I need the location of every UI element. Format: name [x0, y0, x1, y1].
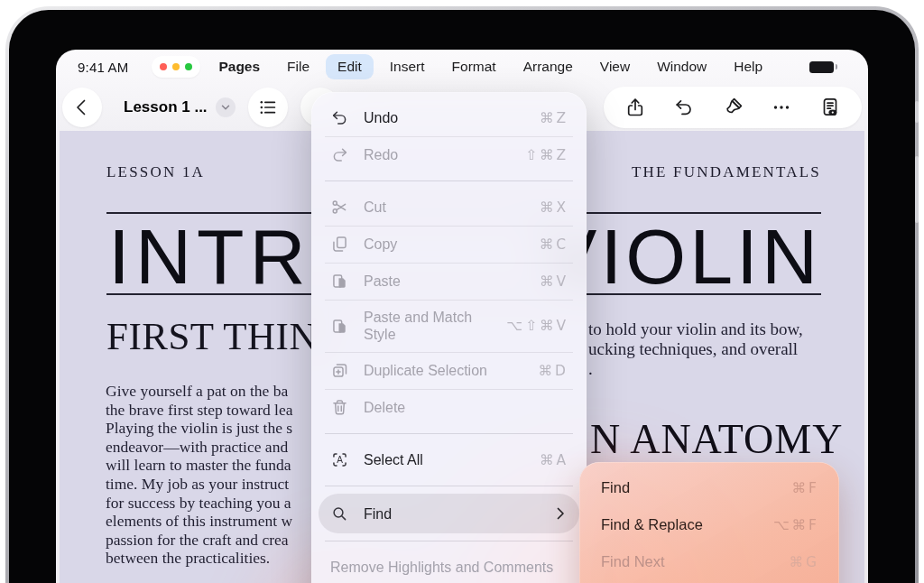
- doc-body-line: .: [588, 359, 859, 379]
- menu-item-label: Select All: [364, 451, 423, 468]
- menu-item-shortcut: ⌘G: [789, 554, 819, 570]
- close-dot[interactable]: [160, 63, 167, 70]
- menu-item-duplicate-selection[interactable]: Duplicate Selection ⌘D: [311, 352, 587, 389]
- svg-text:A: A: [337, 455, 343, 465]
- menu-item-shortcut: ⌘C: [540, 236, 568, 253]
- doc-body-line: endeavor—with practice and: [106, 438, 346, 457]
- doc-body-line: time. My job as your instruct: [106, 475, 346, 494]
- menubar-item-window[interactable]: Window: [657, 59, 707, 75]
- menu-group-separator: [311, 173, 587, 189]
- doc-right-column: to hold your violin and its bow, ucking …: [588, 319, 859, 379]
- paintbrush-icon: [722, 97, 744, 118]
- menu-item-paste-and-match-style[interactable]: Paste and Match Style ⌥⇧⌘V: [311, 300, 587, 352]
- list-icon: [257, 97, 279, 118]
- paste-match-style-icon: [330, 317, 353, 336]
- menu-item-shortcut: ⌘F: [792, 480, 819, 496]
- menu-item-shortcut: ⌘A: [540, 452, 568, 468]
- menu-item-label: Delete: [364, 399, 405, 416]
- share-icon: [624, 97, 646, 118]
- chevron-down-icon: [219, 101, 232, 114]
- menu-item-shortcut: ⌥⇧⌘V: [506, 318, 568, 334]
- back-chevron-icon: [71, 97, 93, 118]
- menu-item-delete[interactable]: Delete: [311, 389, 587, 426]
- doc-body-line: the brave first step toward lea: [106, 401, 346, 420]
- menu-item-remove-highlights-and-comments[interactable]: Remove Highlights and Comments: [311, 549, 587, 583]
- menu-item-label: Copy: [364, 236, 397, 253]
- menubar-item-format[interactable]: Format: [452, 59, 496, 75]
- reader-view-button[interactable]: [806, 88, 855, 127]
- ipad-device-frame: LESSON 1A THE FUNDAMENTALS INTR VIOLIN F…: [5, 6, 919, 583]
- menu-item-cut[interactable]: Cut ⌘X: [311, 189, 587, 226]
- menu-item-copy[interactable]: Copy ⌘C: [311, 226, 587, 263]
- menu-item-label: Find: [364, 505, 392, 523]
- find-submenu-popover: Find ⌘F Find & Replace ⌥⌘F Find Next ⌘G: [579, 462, 839, 583]
- select-all-icon: A: [330, 450, 353, 469]
- menubar-item-arrange[interactable]: Arrange: [523, 59, 573, 75]
- doc-subtitle-fragment: FIRST THING: [106, 314, 321, 358]
- trash-icon: [330, 398, 353, 417]
- duplicate-icon: [330, 361, 353, 380]
- doc-body-line: ucking techniques, and overall: [588, 339, 859, 359]
- menubar-item-view[interactable]: View: [600, 59, 630, 75]
- submenu-item-find-next[interactable]: Find Next ⌘G: [579, 543, 839, 580]
- undo-button[interactable]: [660, 88, 708, 127]
- doc-title-fragment-left: INTR: [108, 217, 311, 295]
- menu-item-select-all[interactable]: A Select All ⌘A: [311, 441, 587, 478]
- format-brush-button[interactable]: [708, 88, 757, 127]
- document-title[interactable]: Lesson 1 ...: [124, 98, 208, 116]
- menu-bar: 9:41 AM Pages File Edit Insert Format Ar…: [56, 50, 868, 84]
- menu-item-undo[interactable]: Undo ⌘Z: [311, 99, 587, 136]
- menu-item-label: Remove Highlights and Comments: [330, 559, 553, 576]
- menubar-item-file[interactable]: File: [287, 59, 310, 75]
- submenu-item-find-and-replace[interactable]: Find & Replace ⌥⌘F: [579, 506, 839, 543]
- doc-eyebrow-right: THE FUNDAMENTALS: [632, 163, 821, 181]
- menubar-item-pages[interactable]: Pages: [218, 59, 260, 75]
- menu-item-label: Duplicate Selection: [364, 362, 487, 379]
- zoom-dot[interactable]: [185, 63, 192, 70]
- menu-group-separator: [311, 426, 587, 441]
- more-ellipsis-icon: [771, 97, 792, 118]
- menu-item-shortcut: ⌥⌘F: [773, 517, 819, 533]
- table-of-contents-button[interactable]: [248, 88, 288, 127]
- title-menu-button[interactable]: [216, 97, 236, 117]
- doc-eyebrow-left: LESSON 1A: [106, 163, 205, 181]
- reader-view-icon: [819, 97, 841, 118]
- menubar-item-edit[interactable]: Edit: [326, 54, 374, 79]
- menubar-item-insert[interactable]: Insert: [390, 59, 425, 75]
- edit-menu-popover: Undo ⌘Z Redo ⇧⌘Z Cut ⌘X: [311, 92, 587, 583]
- magnifier-icon: [330, 504, 353, 523]
- menu-item-label: Undo: [364, 109, 398, 126]
- ipad-bezel: LESSON 1A THE FUNDAMENTALS INTR VIOLIN F…: [9, 10, 915, 583]
- menubar-item-help[interactable]: Help: [734, 59, 762, 75]
- menu-item-label: Find Next: [601, 553, 665, 570]
- undo-icon: [330, 108, 353, 127]
- doc-body-line: Playing the violin is just the s: [106, 419, 346, 438]
- menu-group-separator: [311, 478, 587, 494]
- menu-item-shortcut: ⌘D: [539, 363, 568, 379]
- volume-button: [915, 156, 919, 223]
- share-button[interactable]: [611, 88, 660, 127]
- more-button[interactable]: [757, 88, 806, 127]
- doc-body-line: will learn to master the funda: [106, 456, 346, 475]
- menu-item-label: Cut: [364, 199, 386, 216]
- menu-item-label: Paste: [364, 273, 401, 290]
- menu-item-redo[interactable]: Redo ⇧⌘Z: [311, 136, 587, 173]
- back-button[interactable]: [62, 88, 102, 127]
- doc-body-line: to hold your violin and its bow,: [588, 319, 859, 339]
- scissors-icon: [330, 198, 353, 217]
- menu-item-shortcut: ⌘Z: [540, 110, 568, 126]
- menu-item-find[interactable]: Find: [319, 494, 579, 533]
- minimize-dot[interactable]: [172, 63, 180, 70]
- undo-icon: [673, 97, 695, 118]
- window-controls: [152, 56, 200, 78]
- doc-body-line: Give yourself a pat on the ba: [106, 382, 346, 401]
- volume-button: [915, 101, 919, 123]
- submenu-chevron-right-icon: [553, 506, 568, 521]
- menu-item-label: Find: [601, 479, 630, 496]
- paste-icon: [330, 272, 353, 291]
- submenu-item-find[interactable]: Find ⌘F: [579, 469, 839, 506]
- battery-icon: [809, 61, 834, 73]
- menu-item-label: Redo: [364, 146, 398, 163]
- screen: LESSON 1A THE FUNDAMENTALS INTR VIOLIN F…: [56, 50, 868, 583]
- menu-item-paste[interactable]: Paste ⌘V: [311, 263, 587, 300]
